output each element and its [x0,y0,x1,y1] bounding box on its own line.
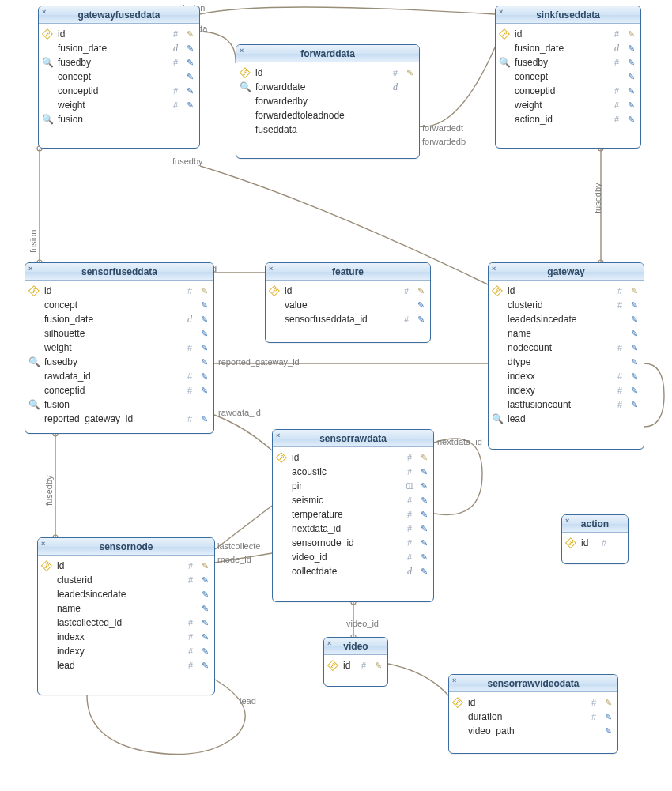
close-icon[interactable]: × [269,265,273,273]
entity-action[interactable]: ×action⚿id# [561,514,629,564]
entity-sensorrawvideodata[interactable]: ×sensorrawvideodata⚿id#✎duration#✎video_… [448,674,618,754]
column-row[interactable]: concept✎ [499,70,637,84]
entity-gatewayfuseddata[interactable]: ×gatewayfuseddata⚿id#✎fusion_dated✎🔍fuse… [38,6,200,149]
column-row[interactable]: ⚿id#✎ [276,450,430,465]
column-row[interactable]: conceptid#✎ [28,383,210,397]
entity-gateway[interactable]: ×gateway⚿id#✎clusterid#✎leadedsincedate✎… [488,262,644,450]
close-icon[interactable]: × [492,265,496,273]
column-row[interactable]: nodecount#✎ [492,341,640,355]
column-row[interactable]: 🔍fusion [42,112,196,126]
column-row[interactable]: reported_gateway_id#✎ [28,412,210,426]
column-row[interactable]: 🔍forwarddated [240,80,416,94]
entity-sensorrawdata[interactable]: ×sensorrawdata⚿id#✎acoustic#✎pir01✎seism… [272,429,434,602]
column-row[interactable]: indexx#✎ [492,369,640,383]
column-row[interactable]: clusterid#✎ [41,573,211,587]
entity-titlebar[interactable]: ×gatewayfuseddata [39,6,199,24]
column-row[interactable]: temperature#✎ [276,507,430,522]
entity-feature[interactable]: ×feature⚿id#✎value✎sensorfuseddata_id#✎ [265,262,431,343]
column-row[interactable]: acoustic#✎ [276,465,430,479]
close-icon[interactable]: × [565,517,569,525]
entity-forwarddata[interactable]: ×forwarddata⚿id#✎🔍forwarddatedforwardedb… [236,44,420,159]
column-row[interactable]: video_path✎ [452,724,614,738]
column-row[interactable]: lastfusioncount#✎ [492,397,640,412]
close-icon[interactable]: × [452,676,456,684]
entity-titlebar[interactable]: ×gateway [489,263,644,281]
column-row[interactable]: ⚿id#✎ [452,695,614,710]
column-row[interactable]: ⚿id#✎ [499,27,637,41]
column-row[interactable]: silhouette✎ [28,326,210,341]
close-icon[interactable]: × [276,431,280,439]
column-row[interactable]: nextdata_id#✎ [276,522,430,536]
entity-titlebar[interactable]: ×sinkfuseddata [496,6,640,24]
column-row[interactable]: lead#✎ [41,658,211,672]
column-row[interactable]: ⚿id#✎ [41,559,211,573]
column-row[interactable]: conceptid#✎ [499,84,637,98]
column-row[interactable]: fusion_dated✎ [28,312,210,326]
entity-video[interactable]: ×video⚿id#✎ [323,637,388,687]
column-row[interactable]: collectdated✎ [276,564,430,578]
key-icon: ⚿ [492,285,503,296]
column-row[interactable]: rawdata_id#✎ [28,369,210,383]
column-row[interactable]: 🔍lead [492,412,640,426]
entity-titlebar[interactable]: ×sensorfuseddata [25,263,213,281]
column-row[interactable]: name✎ [41,601,211,616]
entity-titlebar[interactable]: ×forwarddata [236,45,419,62]
close-icon[interactable]: × [240,47,244,55]
column-row[interactable]: ⚿id#✎ [327,658,384,672]
column-row[interactable]: name✎ [492,326,640,341]
column-row[interactable]: sensorfuseddata_id#✎ [269,312,427,326]
column-row[interactable]: fusion_dated✎ [499,41,637,55]
entity-sinkfuseddata[interactable]: ×sinkfuseddata⚿id#✎fusion_dated✎🔍fusedby… [495,6,641,149]
column-row[interactable]: video_id#✎ [276,550,430,564]
column-row[interactable]: action_id#✎ [499,112,637,126]
column-row[interactable]: fuseddata [240,122,416,137]
entity-titlebar[interactable]: ×sensornode [38,538,214,556]
column-row[interactable]: forwardedtoleadnode [240,108,416,122]
column-row[interactable]: weight#✎ [28,341,210,355]
column-row[interactable]: seismic#✎ [276,493,430,507]
column-row[interactable]: ⚿id#✎ [492,284,640,298]
close-icon[interactable]: × [327,639,331,647]
column-row[interactable]: value✎ [269,298,427,312]
edit-icon: ✎ [198,661,211,671]
column-row[interactable]: 🔍fusedby#✎ [42,55,196,70]
column-row[interactable]: clusterid#✎ [492,298,640,312]
column-row[interactable]: forwardedby [240,94,416,108]
column-row[interactable]: pir01✎ [276,479,430,493]
entity-titlebar[interactable]: ×action [562,515,628,533]
column-row[interactable]: sensornode_id#✎ [276,536,430,550]
column-row[interactable]: duration#✎ [452,710,614,724]
column-row[interactable]: 🔍fusedby#✎ [499,55,637,70]
column-row[interactable]: conceptid#✎ [42,84,196,98]
entity-sensornode[interactable]: ×sensornode⚿id#✎clusterid#✎leadedsinceda… [37,537,215,695]
column-row[interactable]: weight#✎ [42,98,196,112]
column-row[interactable]: dtype✎ [492,355,640,369]
column-row[interactable]: concept✎ [42,70,196,84]
entity-titlebar[interactable]: ×feature [266,263,430,281]
column-row[interactable]: indexy#✎ [41,644,211,658]
close-icon[interactable]: × [499,8,503,16]
column-row[interactable]: lastcollected_id#✎ [41,616,211,630]
datatype-icon: # [613,343,626,352]
column-row[interactable]: ⚿id#✎ [42,27,196,41]
column-row[interactable]: indexx#✎ [41,630,211,644]
column-row[interactable]: leadedsincedate✎ [492,312,640,326]
column-row[interactable]: 🔍fusedby✎ [28,355,210,369]
column-row[interactable]: ⚿id#✎ [240,66,416,80]
entity-sensorfuseddata[interactable]: ×sensorfuseddata⚿id#✎concept✎fusion_date… [25,262,214,434]
column-row[interactable]: leadedsincedate✎ [41,587,211,601]
column-row[interactable]: concept✎ [28,298,210,312]
entity-titlebar[interactable]: ×sensorrawvideodata [449,675,617,692]
close-icon[interactable]: × [28,265,32,273]
column-row[interactable]: ⚿id#✎ [28,284,210,298]
column-row[interactable]: ⚿id#✎ [269,284,427,298]
column-row[interactable]: ⚿id# [565,536,625,550]
column-row[interactable]: weight#✎ [499,98,637,112]
column-row[interactable]: fusion_dated✎ [42,41,196,55]
entity-titlebar[interactable]: ×sensorrawdata [273,430,433,447]
close-icon[interactable]: × [41,540,45,548]
column-row[interactable]: indexy#✎ [492,383,640,397]
close-icon[interactable]: × [42,8,46,16]
entity-titlebar[interactable]: ×video [324,638,387,655]
column-row[interactable]: 🔍fusion [28,397,210,412]
